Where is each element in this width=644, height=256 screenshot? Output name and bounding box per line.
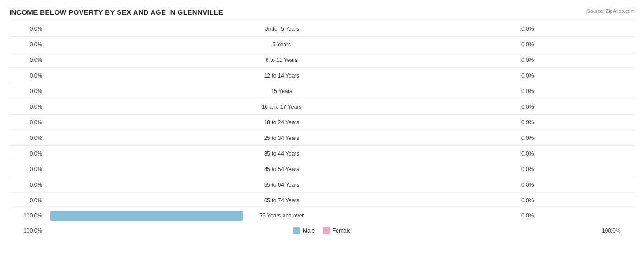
right-value: 0.0% [518, 57, 554, 63]
bar-row: 0.0% 6 to 11 Years 0.0% [9, 52, 635, 67]
left-bar-area [46, 71, 243, 81]
bar-label: 6 to 11 Years [243, 57, 321, 63]
left-bar-area [46, 195, 243, 206]
left-value: 0.0% [9, 26, 46, 32]
left-value: 0.0% [9, 57, 46, 63]
bar-row: 0.0% 16 and 17 Years 0.0% [9, 99, 635, 114]
bar-row: 0.0% 15 Years 0.0% [9, 83, 635, 99]
bar-label: 5 Years [243, 41, 321, 48]
right-bar-area [321, 71, 518, 81]
bar-label: 45 to 54 Years [243, 166, 321, 173]
left-bar-area [46, 24, 243, 34]
right-bar-area [321, 86, 518, 96]
bar-label: 25 to 34 Years [243, 135, 321, 141]
left-bar-area [46, 55, 243, 65]
chart-source: Source: ZipAtlas.com [587, 8, 635, 14]
left-value: 0.0% [9, 150, 46, 157]
legend-item-male: Male [293, 227, 315, 234]
bar-row: 100.0% 75 Years and over 0.0% [9, 208, 635, 223]
right-bar-area [321, 180, 518, 190]
left-value: 0.0% [9, 119, 46, 126]
legend-box-male [293, 227, 300, 234]
left-bar-area [46, 133, 243, 143]
right-bar-area [321, 39, 518, 50]
bar-label: 18 to 24 Years [243, 119, 321, 126]
right-bar-area [321, 55, 518, 65]
right-value: 0.0% [518, 212, 554, 219]
right-value: 0.0% [518, 104, 554, 110]
bar-row: 0.0% 55 to 64 Years 0.0% [9, 177, 635, 192]
left-value: 0.0% [9, 166, 46, 173]
bar-row: 0.0% 35 to 44 Years 0.0% [9, 145, 635, 161]
left-value: 100.0% [9, 212, 46, 219]
chart-body: 0.0% Under 5 Years 0.0% 0.0% 5 Years 0.0… [9, 21, 635, 223]
left-value: 0.0% [9, 41, 46, 48]
legend-item-female: Female [323, 227, 351, 234]
left-bar-area [46, 164, 243, 174]
legend-female-label: Female [333, 228, 351, 234]
chart-header: INCOME BELOW POVERTY BY SEX AND AGE IN G… [9, 8, 635, 16]
right-value: 0.0% [518, 119, 554, 126]
bar-label: 65 to 74 Years [243, 197, 321, 204]
chart-title: INCOME BELOW POVERTY BY SEX AND AGE IN G… [9, 8, 223, 16]
bar-row: 0.0% Under 5 Years 0.0% [9, 21, 635, 36]
left-bar-area [46, 102, 243, 112]
bar-label: 16 and 17 Years [243, 104, 321, 110]
right-bar-area [321, 195, 518, 206]
bar-row: 0.0% 12 to 14 Years 0.0% [9, 67, 635, 83]
bar-row: 0.0% 65 to 74 Years 0.0% [9, 192, 635, 208]
right-bar-area [321, 211, 518, 221]
left-value: 0.0% [9, 72, 46, 79]
legend-male-label: Male [303, 228, 315, 234]
right-bar-area [321, 164, 518, 174]
right-value: 0.0% [518, 72, 554, 79]
bar-label: Under 5 Years [243, 26, 321, 32]
bar-row: 0.0% 45 to 54 Years 0.0% [9, 161, 635, 177]
right-value: 0.0% [518, 182, 554, 188]
left-value: 0.0% [9, 182, 46, 188]
chart-container: INCOME BELOW POVERTY BY SEX AND AGE IN G… [0, 0, 644, 248]
left-bar-area [46, 211, 243, 221]
right-bar-area [321, 102, 518, 112]
legend-box-female [323, 227, 330, 234]
footer-right-value: 100.0% [598, 228, 635, 234]
right-value: 0.0% [518, 88, 554, 95]
right-value: 0.0% [518, 197, 554, 204]
right-bar-area [321, 149, 518, 159]
bar-label: 15 Years [243, 88, 321, 95]
bar-row: 0.0% 5 Years 0.0% [9, 36, 635, 52]
bar-label: 75 Years and over [243, 212, 321, 219]
bar-label: 55 to 64 Years [243, 182, 321, 188]
left-value: 0.0% [9, 88, 46, 95]
right-value: 0.0% [518, 166, 554, 173]
bar-label: 35 to 44 Years [243, 150, 321, 157]
right-bar-area [321, 133, 518, 143]
left-value: 0.0% [9, 104, 46, 110]
right-value: 0.0% [518, 26, 554, 32]
footer-left-value: 100.0% [9, 228, 46, 234]
left-bar-area [46, 86, 243, 96]
right-value: 0.0% [518, 150, 554, 157]
right-value: 0.0% [518, 135, 554, 141]
legend: Male Female [293, 227, 351, 234]
left-bar-area [46, 149, 243, 159]
right-bar-area [321, 24, 518, 34]
male-bar [50, 211, 243, 221]
chart-footer: 100.0% Male Female 100.0% [9, 227, 635, 234]
right-value: 0.0% [518, 41, 554, 48]
right-bar-area [321, 117, 518, 128]
bar-row: 0.0% 18 to 24 Years 0.0% [9, 114, 635, 130]
bar-label: 12 to 14 Years [243, 72, 321, 79]
left-bar-area [46, 39, 243, 50]
bar-row: 0.0% 25 to 34 Years 0.0% [9, 130, 635, 145]
left-bar-area [46, 180, 243, 190]
left-value: 0.0% [9, 197, 46, 204]
left-bar-area [46, 117, 243, 128]
left-value: 0.0% [9, 135, 46, 141]
